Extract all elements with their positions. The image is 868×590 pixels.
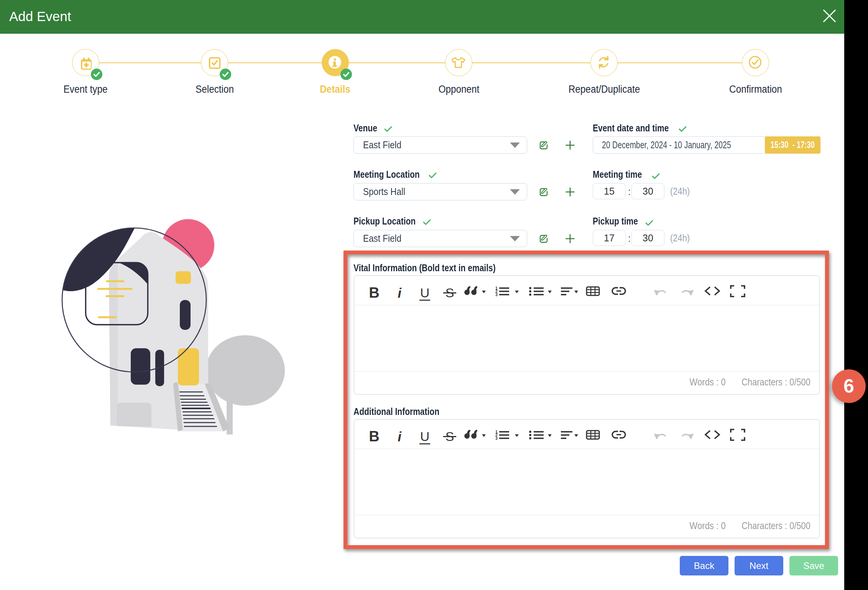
svg-text:i: i: [398, 285, 402, 300]
svg-text:3: 3: [495, 292, 498, 297]
svg-text:B: B: [369, 285, 379, 301]
svg-text:U: U: [420, 429, 430, 444]
svg-text:i: i: [398, 429, 402, 444]
svg-text:3: 3: [495, 436, 498, 441]
svg-text:B: B: [369, 428, 379, 444]
svg-text:U: U: [420, 285, 430, 300]
